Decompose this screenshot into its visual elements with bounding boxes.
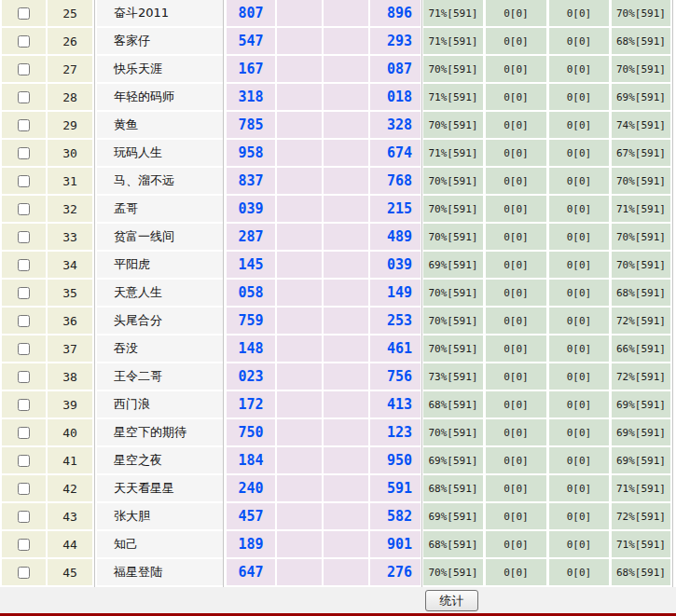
stat-cell-3: 0[0]	[549, 0, 609, 26]
user-name: 奋斗2011	[97, 0, 223, 26]
stat-cell-3: 0[0]	[549, 84, 609, 110]
row-number: 29	[48, 112, 92, 138]
value-cell-1: 058	[227, 280, 275, 306]
stat-cell-3: 0[0]	[549, 140, 609, 166]
row-select-checkbox[interactable]	[18, 427, 30, 439]
value-cell-empty-1	[277, 531, 322, 557]
value-cell-empty-2	[324, 84, 368, 110]
stat-cell-3: 0[0]	[549, 168, 609, 194]
column-separator	[94, 0, 95, 587]
row-select-checkbox[interactable]	[18, 315, 30, 327]
stat-cell-2: 0[0]	[486, 475, 546, 501]
value-cell-1: 547	[227, 28, 275, 54]
user-name: 年轻的码师	[97, 84, 223, 110]
row-select-checkbox[interactable]	[18, 455, 30, 467]
value-cell-1: 189	[227, 531, 275, 557]
value-cell-empty-1	[277, 335, 322, 362]
row-select-checkbox[interactable]	[18, 399, 30, 411]
value-cell-2: 756	[370, 363, 421, 390]
table-row: 34平阳虎14503969%[591]0[0]0[0]70%[591]	[0, 252, 676, 278]
row-select-checkbox[interactable]	[18, 175, 30, 187]
row-select-checkbox[interactable]	[18, 567, 30, 579]
value-cell-empty-1	[277, 196, 322, 222]
value-cell-2: 768	[370, 168, 421, 194]
row-number: 27	[48, 56, 92, 82]
user-name: 马、溜不远	[97, 168, 223, 194]
stat-cell-1: 70%[591]	[423, 56, 483, 82]
stat-cell-3: 0[0]	[549, 559, 609, 585]
user-name: 天天看星星	[97, 475, 223, 501]
row-select-checkbox[interactable]	[18, 35, 30, 48]
value-cell-empty-1	[277, 112, 322, 138]
user-name: 吞没	[97, 335, 223, 362]
stat-cell-3: 0[0]	[549, 224, 609, 250]
value-cell-1: 318	[227, 84, 275, 110]
value-cell-empty-2	[324, 196, 368, 222]
value-cell-empty-1	[277, 391, 322, 418]
checkbox-cell	[2, 252, 46, 278]
value-cell-empty-1	[277, 447, 322, 473]
row-select-checkbox[interactable]	[18, 63, 30, 75]
stat-cell-4: 70%[591]	[612, 168, 670, 194]
stat-cell-2: 0[0]	[486, 447, 546, 473]
row-select-checkbox[interactable]	[18, 7, 30, 20]
row-number: 43	[48, 503, 92, 529]
value-cell-1: 023	[227, 363, 275, 390]
stat-cell-2: 0[0]	[486, 168, 546, 194]
value-cell-empty-2	[324, 559, 368, 585]
stat-cell-2: 0[0]	[486, 140, 546, 166]
stat-cell-4: 70%[591]	[612, 0, 670, 26]
value-cell-1: 807	[227, 0, 275, 26]
row-number: 31	[48, 168, 92, 194]
value-cell-empty-2	[324, 503, 368, 529]
value-cell-2: 253	[370, 308, 421, 334]
stat-cell-2: 0[0]	[486, 0, 546, 26]
value-cell-1: 958	[227, 140, 275, 166]
column-separator	[223, 0, 224, 587]
row-select-checkbox[interactable]	[18, 147, 30, 159]
value-cell-1: 837	[227, 168, 275, 194]
table-row: 31马、溜不远83776870%[591]0[0]0[0]70%[591]	[0, 168, 676, 194]
stat-cell-3: 0[0]	[549, 56, 609, 82]
row-select-checkbox[interactable]	[18, 231, 30, 243]
checkbox-cell	[2, 84, 46, 110]
row-select-checkbox[interactable]	[18, 119, 30, 131]
stat-cell-1: 70%[591]	[423, 280, 483, 306]
row-select-checkbox[interactable]	[18, 203, 30, 215]
user-name: 客家仔	[97, 28, 223, 54]
value-cell-empty-2	[324, 308, 368, 334]
value-cell-2: 896	[370, 0, 421, 26]
value-cell-1: 240	[227, 475, 275, 501]
checkbox-cell	[2, 447, 46, 473]
row-select-checkbox[interactable]	[18, 91, 30, 103]
value-cell-empty-1	[277, 140, 322, 166]
row-select-checkbox[interactable]	[18, 371, 30, 383]
checkbox-cell	[2, 140, 46, 166]
row-select-checkbox[interactable]	[18, 287, 30, 299]
stat-cell-4: 69%[591]	[612, 447, 670, 473]
row-select-checkbox[interactable]	[18, 483, 30, 495]
user-name: 西门浪	[97, 391, 223, 418]
value-cell-2: 328	[370, 112, 421, 138]
stat-cell-3: 0[0]	[549, 335, 609, 362]
row-select-checkbox[interactable]	[18, 539, 30, 551]
stat-cell-1: 70%[591]	[423, 335, 483, 362]
stat-cell-4: 69%[591]	[612, 84, 670, 110]
stat-cell-2: 0[0]	[486, 84, 546, 110]
value-cell-empty-2	[324, 28, 368, 54]
value-cell-2: 901	[370, 531, 421, 557]
row-select-checkbox[interactable]	[18, 511, 30, 523]
statistics-button[interactable]: 统计	[425, 590, 478, 611]
value-cell-empty-2	[324, 0, 368, 26]
row-select-checkbox[interactable]	[18, 343, 30, 355]
value-cell-empty-1	[277, 308, 322, 334]
row-select-checkbox[interactable]	[18, 259, 30, 271]
row-number: 37	[48, 335, 92, 362]
stat-cell-3: 0[0]	[549, 531, 609, 557]
value-cell-empty-1	[277, 419, 322, 445]
checkbox-cell	[2, 28, 46, 54]
stat-cell-1: 68%[591]	[423, 475, 483, 501]
table-row: 37吞没14846170%[591]0[0]0[0]66%[591]	[0, 335, 676, 362]
stat-cell-2: 0[0]	[486, 112, 546, 138]
stat-cell-2: 0[0]	[486, 308, 546, 334]
